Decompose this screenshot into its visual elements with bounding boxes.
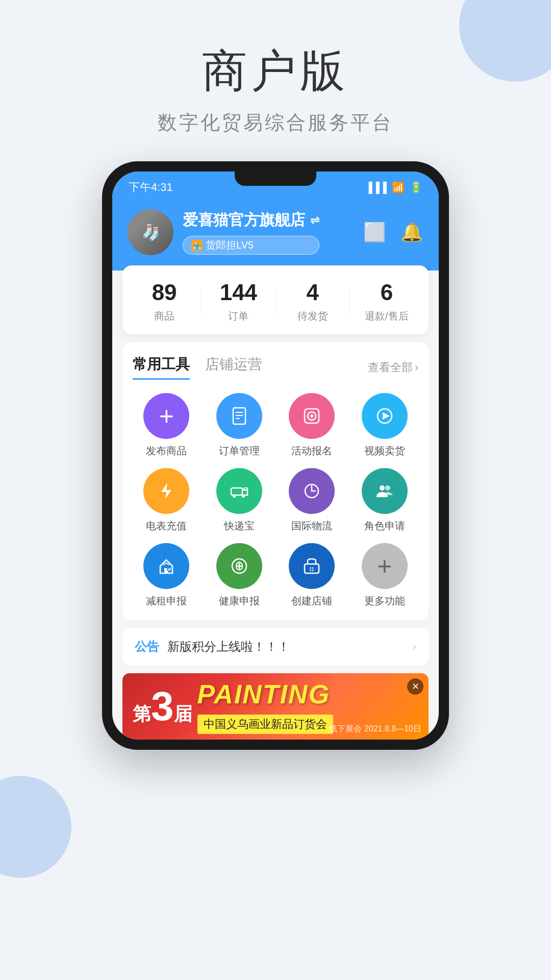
tool-more[interactable]: + 更多功能 (351, 543, 419, 608)
bell-icon[interactable]: 🔔 (400, 222, 423, 243)
notice-bar[interactable]: 公告 新版积分上线啦！！！ › (122, 628, 429, 665)
tool-order[interactable]: 订单管理 (206, 393, 273, 458)
stats-card: 89 商品 144 订单 4 待发货 6 退款/售后 (122, 265, 429, 334)
stat-refund-label: 退款/售后 (365, 309, 409, 323)
stat-goods-num: 89 (152, 280, 177, 305)
store-name-text: 爱喜猫官方旗舰店 (183, 210, 305, 231)
tool-more-label: 更多功能 (364, 594, 405, 608)
store-name: 爱喜猫官方旗舰店 ⇌ (183, 210, 319, 231)
tool-express[interactable]: 快递宝 (206, 468, 273, 533)
stat-goods[interactable]: 89 商品 (128, 280, 201, 323)
bg-circle-bottom (0, 776, 71, 878)
stat-orders-num: 144 (220, 280, 257, 305)
banner-close-button[interactable]: ✕ (407, 678, 423, 695)
status-icons: ▐▐▐ 📶 🔋 (365, 181, 422, 193)
stat-pending-label: 待发货 (297, 309, 328, 323)
tool-order-label: 订单管理 (219, 444, 260, 458)
badge-icon: 🏪 (191, 240, 203, 251)
badge-text: 货郎担LV5 (206, 238, 254, 252)
view-all-text: 查看全部 (368, 360, 413, 375)
status-time: 下午4:31 (129, 180, 173, 195)
tool-express-icon (216, 468, 262, 514)
store-right: ⬜ 🔔 (363, 222, 423, 243)
tool-create-label: 创建店铺 (291, 594, 332, 608)
tool-video-icon (362, 393, 408, 439)
banner-num: 3 (151, 686, 174, 727)
tool-role-label: 角色申请 (364, 519, 405, 533)
svg-rect-10 (231, 488, 242, 495)
tool-publish-label: 发布商品 (146, 444, 187, 458)
tool-health-label: 健康申报 (219, 594, 260, 608)
tool-role-icon (362, 468, 408, 514)
svg-point-17 (167, 567, 172, 572)
store-info: 🧦 爱喜猫官方旗舰店 ⇌ 🏪 货郎担LV5 (128, 209, 423, 255)
svg-point-12 (242, 495, 245, 498)
tool-more-icon: + (362, 543, 408, 589)
view-all-button[interactable]: 查看全部 › (368, 360, 418, 375)
tools-section: 常用工具 店铺运营 查看全部 › + 发布商品 (122, 342, 429, 620)
wifi-icon: 📶 (392, 181, 405, 193)
tool-role[interactable]: 角色申请 (351, 468, 419, 533)
tool-order-icon (216, 393, 262, 439)
notice-text: 新版积分上线啦！！！ (167, 639, 404, 655)
stat-goods-label: 商品 (154, 309, 174, 323)
svg-point-11 (233, 495, 236, 498)
page-subtitle: 数字化贸易综合服务平台 (0, 110, 551, 136)
tool-logistics[interactable]: 国际物流 (278, 468, 346, 533)
tool-express-label: 快递宝 (224, 519, 255, 533)
store-left: 🧦 爱喜猫官方旗舰店 ⇌ 🏪 货郎担LV5 (128, 209, 319, 255)
tool-video[interactable]: 视频卖货 (351, 393, 419, 458)
tool-activity[interactable]: 活动报名 (278, 393, 346, 458)
stat-orders-label: 订单 (228, 309, 248, 323)
stat-pending[interactable]: 4 待发货 (276, 280, 349, 323)
tool-video-label: 视频卖货 (364, 444, 405, 458)
signal-icon: ▐▐▐ (365, 182, 387, 193)
tool-rent-label: 减租申报 (146, 594, 187, 608)
tool-health[interactable]: 健康申报 (206, 543, 273, 608)
tab-common-tools[interactable]: 常用工具 (133, 355, 190, 380)
stat-pending-num: 4 (306, 280, 318, 305)
tool-rent[interactable]: 减租申报 (133, 543, 201, 608)
stat-refund-num: 6 (381, 280, 393, 305)
tool-electric-icon (143, 468, 189, 514)
tool-activity-icon (289, 393, 335, 439)
tool-health-icon (216, 543, 262, 589)
svg-point-6 (310, 414, 313, 418)
tool-electric[interactable]: 电表充值 (133, 468, 201, 533)
tool-activity-label: 活动报名 (291, 444, 332, 458)
tool-publish-icon: + (143, 393, 189, 439)
store-name-row: 爱喜猫官方旗舰店 ⇌ 🏪 货郎担LV5 (183, 210, 319, 255)
banner-title: PAINTING (197, 679, 333, 709)
scan-icon[interactable]: ⬜ (363, 222, 386, 243)
tool-electric-label: 电表充值 (146, 519, 187, 533)
avatar-content: 🧦 (128, 209, 173, 255)
switch-icon[interactable]: ⇌ (310, 214, 319, 227)
notice-arrow-icon: › (412, 640, 416, 654)
battery-icon: 🔋 (410, 181, 422, 193)
stat-orders[interactable]: 144 订单 (202, 280, 275, 323)
tool-publish[interactable]: + 发布商品 (133, 393, 201, 458)
tools-tabs: 常用工具 店铺运营 查看全部 › (133, 355, 418, 380)
tool-rent-icon (143, 543, 189, 589)
tool-create-icon (289, 543, 335, 589)
banner-subtitle: 中国义乌画业新品订货会 (197, 715, 333, 734)
tab-store-ops[interactable]: 店铺运营 (205, 355, 262, 380)
app-header: 🧦 爱喜猫官方旗舰店 ⇌ 🏪 货郎担LV5 (112, 199, 439, 271)
tools-grid: + 发布商品 订单管理 (133, 393, 418, 608)
banner[interactable]: 第 3 届 PAINTING 中国义乌画业新品订货会 ✕ 线下展会 2021.8… (122, 673, 429, 740)
phone-container: 下午4:31 ▐▐▐ 📶 🔋 🧦 爱喜猫官方旗 (0, 161, 551, 750)
tool-create[interactable]: 创建店铺 (278, 543, 346, 608)
svg-point-14 (380, 485, 385, 491)
tabs-left: 常用工具 店铺运营 (133, 355, 262, 380)
chevron-right-icon: › (415, 361, 418, 374)
svg-point-15 (385, 485, 390, 491)
svg-marker-8 (383, 412, 390, 420)
phone-screen: 下午4:31 ▐▐▐ 📶 🔋 🧦 爱喜猫官方旗 (112, 172, 439, 740)
stat-refund[interactable]: 6 退款/售后 (350, 280, 423, 323)
notice-tag: 公告 (135, 639, 159, 655)
tool-logistics-icon (289, 468, 335, 514)
phone-notch (235, 172, 316, 186)
svg-marker-9 (161, 483, 171, 499)
store-badge: 🏪 货郎担LV5 (183, 236, 319, 255)
tool-logistics-label: 国际物流 (291, 519, 332, 533)
